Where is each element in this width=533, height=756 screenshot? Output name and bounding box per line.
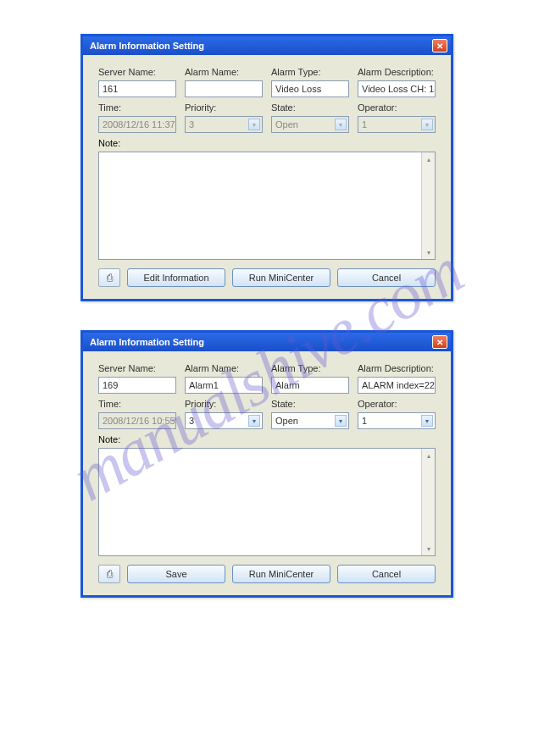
scroll-down-icon[interactable]: ▾ bbox=[424, 544, 434, 554]
alarm-name-input[interactable]: Alarm1 bbox=[185, 377, 263, 394]
operator-label: Operator: bbox=[358, 399, 436, 409]
chevron-down-icon: ▾ bbox=[248, 119, 260, 130]
server-name-input[interactable]: 169 bbox=[98, 377, 176, 394]
alarm-desc-input[interactable]: ALARM index=226 bbox=[358, 377, 436, 394]
state-label: State: bbox=[271, 102, 349, 113]
dialog-title: Alarm Information Setting bbox=[90, 337, 204, 347]
scrollbar[interactable]: ▴ ▾ bbox=[421, 152, 435, 259]
run-minicenter-button[interactable]: Run MiniCenter bbox=[232, 565, 330, 583]
alarm-name-input[interactable] bbox=[185, 80, 263, 97]
scrollbar[interactable]: ▴ ▾ bbox=[421, 449, 435, 555]
dialog-title: Alarm Information Setting bbox=[90, 41, 204, 51]
alarm-name-label: Alarm Name: bbox=[185, 67, 263, 77]
chevron-down-icon: ▾ bbox=[421, 119, 433, 130]
priority-select: 3 ▾ bbox=[185, 116, 263, 133]
alarm-desc-label: Alarm Description: bbox=[358, 363, 436, 373]
alarm-name-label: Alarm Name: bbox=[185, 363, 263, 373]
cancel-button[interactable]: Cancel bbox=[337, 565, 436, 583]
close-icon[interactable]: ✕ bbox=[432, 39, 447, 52]
note-textarea[interactable]: ▴ ▾ bbox=[98, 448, 436, 556]
cancel-button[interactable]: Cancel bbox=[337, 268, 436, 287]
chevron-down-icon[interactable]: ▾ bbox=[335, 415, 347, 427]
time-label: Time: bbox=[98, 102, 176, 113]
edit-information-button[interactable]: Edit Information bbox=[127, 268, 225, 287]
alarm-type-input[interactable]: Video Loss bbox=[271, 80, 349, 97]
alarm-desc-input[interactable]: Video Loss CH: 14 bbox=[358, 80, 436, 97]
time-input: 2008/12/16 11:37:40 bbox=[98, 116, 176, 133]
chevron-down-icon: ▾ bbox=[335, 119, 347, 130]
print-icon[interactable]: ⎙ bbox=[98, 268, 120, 287]
alarm-dialog-1: Alarm Information Setting ✕ Server Name:… bbox=[81, 34, 453, 301]
priority-select[interactable]: 3 ▾ bbox=[185, 412, 263, 429]
server-name-input[interactable]: 161 bbox=[98, 80, 176, 97]
operator-select: 1 ▾ bbox=[358, 116, 436, 133]
note-label: Note: bbox=[98, 434, 120, 444]
print-icon[interactable]: ⎙ bbox=[98, 565, 120, 583]
titlebar: Alarm Information Setting ✕ bbox=[83, 36, 451, 55]
alarm-desc-label: Alarm Description: bbox=[358, 67, 436, 77]
scroll-up-icon[interactable]: ▴ bbox=[424, 154, 434, 164]
scroll-up-icon[interactable]: ▴ bbox=[424, 450, 434, 461]
titlebar: Alarm Information Setting ✕ bbox=[83, 333, 451, 351]
server-name-label: Server Name: bbox=[98, 67, 176, 77]
state-select: Open ▾ bbox=[271, 116, 349, 133]
chevron-down-icon[interactable]: ▾ bbox=[421, 415, 433, 427]
note-label: Note: bbox=[98, 138, 120, 148]
scroll-down-icon[interactable]: ▾ bbox=[424, 247, 434, 257]
time-input: 2008/12/16 10:55:36 bbox=[98, 412, 176, 429]
server-name-label: Server Name: bbox=[98, 363, 176, 373]
save-button[interactable]: Save bbox=[127, 565, 225, 583]
run-minicenter-button[interactable]: Run MiniCenter bbox=[232, 268, 330, 287]
close-icon[interactable]: ✕ bbox=[432, 335, 447, 349]
time-label: Time: bbox=[98, 399, 176, 409]
state-label: State: bbox=[271, 399, 349, 409]
alarm-type-label: Alarm Type: bbox=[271, 363, 349, 373]
operator-select[interactable]: 1 ▾ bbox=[358, 412, 436, 429]
alarm-type-label: Alarm Type: bbox=[271, 67, 349, 77]
alarm-dialog-2: Alarm Information Setting ✕ Server Name:… bbox=[81, 330, 453, 598]
alarm-type-input[interactable]: Alarm bbox=[271, 377, 349, 394]
chevron-down-icon[interactable]: ▾ bbox=[248, 415, 260, 427]
operator-label: Operator: bbox=[358, 102, 436, 113]
priority-label: Priority: bbox=[185, 102, 263, 113]
priority-label: Priority: bbox=[185, 399, 263, 409]
note-textarea[interactable]: ▴ ▾ bbox=[98, 152, 436, 260]
state-select[interactable]: Open ▾ bbox=[271, 412, 349, 429]
